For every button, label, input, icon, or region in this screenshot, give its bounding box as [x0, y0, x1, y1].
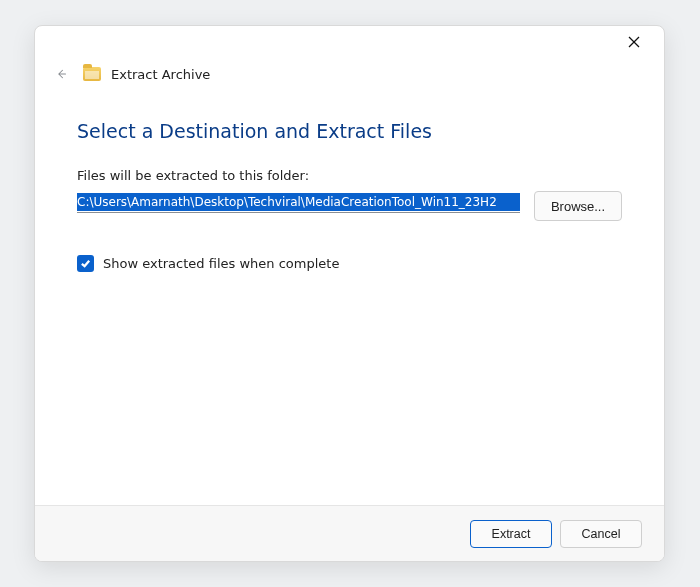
archive-folder-icon — [83, 67, 101, 81]
show-files-checkbox-label: Show extracted files when complete — [103, 256, 339, 271]
dialog-content: Select a Destination and Extract Files F… — [35, 90, 664, 505]
path-row: Browse... — [77, 191, 622, 221]
folder-label: Files will be extracted to this folder: — [77, 168, 622, 183]
show-files-checkbox[interactable] — [77, 255, 94, 272]
destination-path-input[interactable] — [77, 193, 520, 211]
titlebar — [35, 26, 664, 58]
show-files-checkbox-row[interactable]: Show extracted files when complete — [77, 255, 622, 272]
close-icon — [628, 36, 640, 48]
path-input-wrap — [77, 191, 520, 213]
dialog-footer: Extract Cancel — [35, 505, 664, 561]
cancel-button[interactable]: Cancel — [560, 520, 642, 548]
extract-archive-dialog: Extract Archive Select a Destination and… — [34, 25, 665, 562]
checkmark-icon — [80, 258, 91, 269]
browse-button[interactable]: Browse... — [534, 191, 622, 221]
extract-button[interactable]: Extract — [470, 520, 552, 548]
dialog-title: Extract Archive — [111, 67, 210, 82]
page-heading: Select a Destination and Extract Files — [77, 120, 622, 142]
arrow-left-icon — [55, 66, 67, 82]
back-button[interactable] — [49, 62, 73, 86]
header-row: Extract Archive — [35, 58, 664, 90]
close-button[interactable] — [614, 28, 654, 56]
